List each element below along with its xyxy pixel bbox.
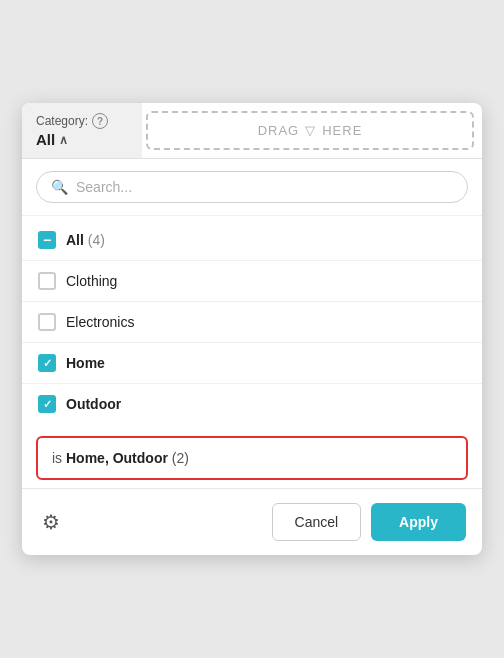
option-label-clothing: Clothing	[66, 273, 117, 289]
header-row: Category: ? All ∧ DRAG ▽ HERE	[22, 103, 482, 159]
checkbox-electronics[interactable]	[38, 313, 56, 331]
filter-panel: Category: ? All ∧ DRAG ▽ HERE 🔍 −	[22, 103, 482, 555]
footer-buttons: Cancel Apply	[272, 503, 466, 541]
drag-suffix: HERE	[322, 123, 362, 138]
option-label-home: Home	[66, 355, 105, 371]
drag-label: DRAG	[258, 123, 300, 138]
options-list: − All (4) Clothing Electronics ✓ Home	[22, 216, 482, 428]
option-electronics[interactable]: Electronics	[22, 302, 482, 343]
option-clothing[interactable]: Clothing	[22, 261, 482, 302]
option-outdoor[interactable]: ✓ Outdoor	[22, 384, 482, 424]
check-icon-home: ✓	[43, 357, 52, 370]
minus-icon: −	[43, 233, 51, 247]
checkbox-all[interactable]: −	[38, 231, 56, 249]
category-value: All	[36, 131, 55, 148]
footer-row: ⚙ Cancel Apply	[22, 488, 482, 555]
option-label-outdoor: Outdoor	[66, 396, 121, 412]
summary-row: is Home, Outdoor (2)	[36, 436, 468, 480]
apply-button[interactable]: Apply	[371, 503, 466, 541]
option-all[interactable]: − All (4)	[22, 220, 482, 261]
filter-icon: ▽	[305, 123, 316, 138]
checkbox-home[interactable]: ✓	[38, 354, 56, 372]
checkbox-clothing[interactable]	[38, 272, 56, 290]
option-home[interactable]: ✓ Home	[22, 343, 482, 384]
gear-icon: ⚙	[42, 511, 60, 533]
help-icon: ?	[92, 113, 108, 129]
checkbox-outdoor[interactable]: ✓	[38, 395, 56, 413]
check-icon-outdoor: ✓	[43, 398, 52, 411]
option-label-all: All (4)	[66, 232, 105, 248]
summary-prefix: is	[52, 450, 66, 466]
cancel-button[interactable]: Cancel	[272, 503, 362, 541]
option-label-electronics: Electronics	[66, 314, 134, 330]
search-icon: 🔍	[51, 179, 68, 195]
category-button[interactable]: Category: ? All ∧	[22, 103, 142, 158]
settings-button[interactable]: ⚙	[38, 506, 64, 538]
chevron-up-icon: ∧	[59, 133, 68, 147]
search-input[interactable]	[76, 179, 453, 195]
search-box: 🔍	[36, 171, 468, 203]
drag-drop-area: DRAG ▽ HERE	[146, 111, 474, 150]
summary-count: (2)	[172, 450, 189, 466]
summary-value: Home, Outdoor	[66, 450, 168, 466]
category-label: Category:	[36, 114, 88, 128]
search-container: 🔍	[22, 159, 482, 216]
